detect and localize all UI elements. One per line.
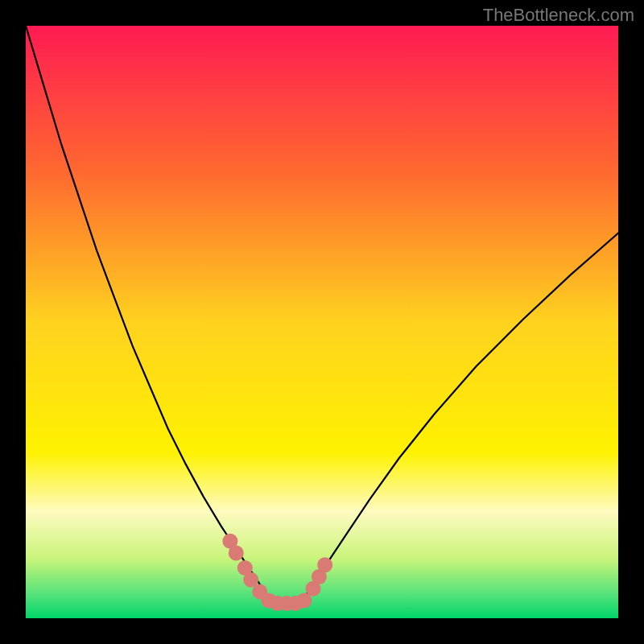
chart-background [26,26,618,618]
marker-dot [229,546,244,561]
watermark-text: TheBottleneck.com [483,5,634,26]
bottleneck-chart [26,26,618,618]
marker-dot [317,557,332,572]
